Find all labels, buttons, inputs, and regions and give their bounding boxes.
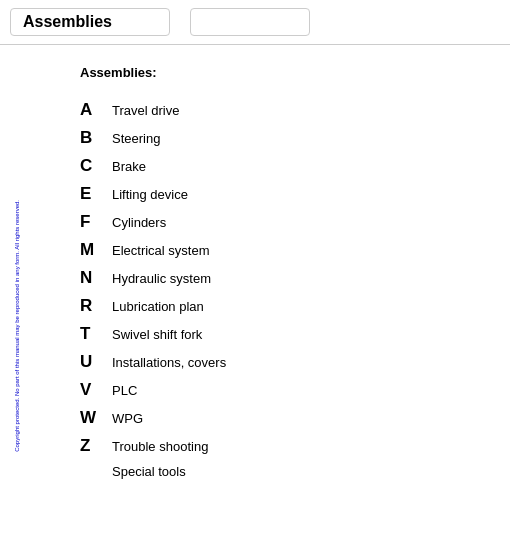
assembly-letter: B <box>80 128 112 148</box>
assembly-name: Swivel shift fork <box>112 327 202 342</box>
assembly-letter: N <box>80 268 112 288</box>
list-item: RLubrication plan <box>80 296 450 316</box>
assembly-letter: F <box>80 212 112 232</box>
assembly-letter: M <box>80 240 112 260</box>
list-item: TSwivel shift fork <box>80 324 450 344</box>
list-item: ATravel drive <box>80 100 450 120</box>
assembly-letter: T <box>80 324 112 344</box>
assembly-name: Cylinders <box>112 215 166 230</box>
assembly-name: WPG <box>112 411 143 426</box>
list-item: NHydraulic system <box>80 268 450 288</box>
list-item: VPLC <box>80 380 450 400</box>
assembly-letter: U <box>80 352 112 372</box>
list-item: WWPG <box>80 408 450 428</box>
assembly-letter: R <box>80 296 112 316</box>
assembly-name: Hydraulic system <box>112 271 211 286</box>
assembly-list: ATravel driveBSteeringCBrakeELifting dev… <box>80 100 450 479</box>
assembly-name: Travel drive <box>112 103 179 118</box>
list-item: UInstallations, covers <box>80 352 450 372</box>
assembly-letter: W <box>80 408 112 428</box>
main-content: Assemblies: ATravel driveBSteeringCBrake… <box>0 55 510 497</box>
special-tools-item: Special tools <box>80 464 450 479</box>
list-item: BSteering <box>80 128 450 148</box>
assembly-name: Brake <box>112 159 146 174</box>
assembly-name: Trouble shooting <box>112 439 208 454</box>
section-label: Assemblies: <box>80 65 450 80</box>
assembly-name: Lifting device <box>112 187 188 202</box>
assembly-name: Installations, covers <box>112 355 226 370</box>
list-item: MElectrical system <box>80 240 450 260</box>
copyright-notice: Copyright protected. No part of this man… <box>14 200 32 452</box>
special-tools-label: Special tools <box>112 464 186 479</box>
assembly-letter: Z <box>80 436 112 456</box>
assembly-name: Lubrication plan <box>112 299 204 314</box>
assembly-letter: V <box>80 380 112 400</box>
list-item: CBrake <box>80 156 450 176</box>
header-right-field <box>190 8 310 36</box>
assembly-name: Electrical system <box>112 243 210 258</box>
assembly-name: Steering <box>112 131 160 146</box>
assembly-name: PLC <box>112 383 137 398</box>
assembly-letter: C <box>80 156 112 176</box>
page-title: Assemblies <box>10 8 170 36</box>
list-item: FCylinders <box>80 212 450 232</box>
list-item: ELifting device <box>80 184 450 204</box>
assembly-letter: E <box>80 184 112 204</box>
page-header: Assemblies <box>0 0 510 45</box>
list-item: ZTrouble shooting <box>80 436 450 456</box>
assembly-letter: A <box>80 100 112 120</box>
